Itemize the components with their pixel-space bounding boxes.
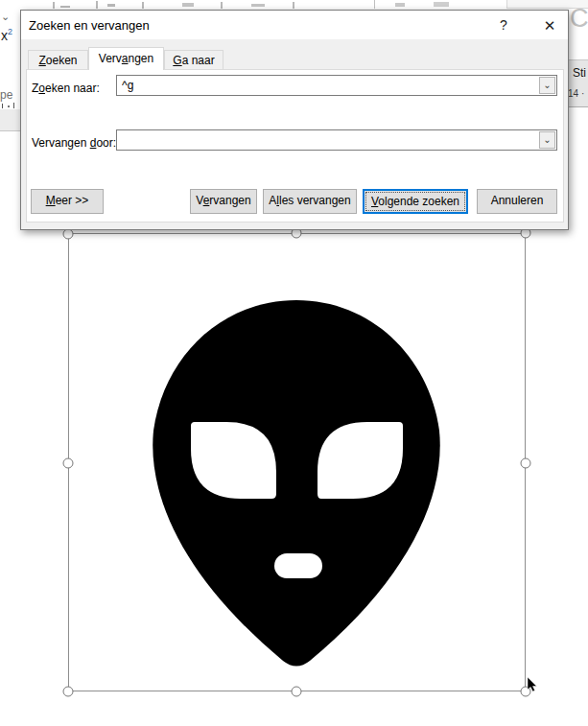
tab-label-accesskey: a xyxy=(122,52,129,65)
ribbon-icon-fragment xyxy=(395,3,405,7)
ruler-tick xyxy=(8,105,10,107)
ribbon-icon-fragment xyxy=(60,6,70,8)
label-text: Vervangen xyxy=(32,136,90,150)
ruler-fragment xyxy=(0,109,20,131)
button-label: Annuleren xyxy=(491,194,544,207)
button-label: olgende zoeken xyxy=(378,195,459,208)
tab-label: oeken xyxy=(46,54,78,67)
ruler-number-fragment: 14 · xyxy=(568,88,584,99)
tab-vervangen[interactable]: Vervangen xyxy=(88,47,164,70)
replace-combobox: ⌄ xyxy=(116,129,557,151)
replace-input[interactable] xyxy=(117,130,539,150)
replace-button[interactable]: Vervangen xyxy=(190,189,257,214)
tab-label: a naar xyxy=(182,54,215,67)
word-document-window: ⌄ x2 pe Co Sti 14 · Zoeken en vervangen … xyxy=(0,0,588,726)
tab-label: ngen xyxy=(129,52,154,65)
resize-handle-bottom-middle[interactable] xyxy=(292,687,302,697)
superscript-base: x xyxy=(1,28,8,43)
ribbon-icon-fragment xyxy=(221,2,223,9)
cancel-button[interactable]: Annuleren xyxy=(477,189,557,214)
styles-pane-title-fragment: Sti xyxy=(573,66,586,80)
ribbon-divider-fragment xyxy=(374,0,375,9)
ribbon-icon-fragment xyxy=(293,2,294,9)
find-next-button[interactable]: Volgende zoeken xyxy=(363,189,468,214)
ribbon-icon-fragment xyxy=(434,2,449,7)
alien-head-image[interactable] xyxy=(68,234,526,691)
superscript-exponent: 2 xyxy=(8,27,12,36)
chevron-down-icon: ⌄ xyxy=(543,134,551,145)
ribbon-icon-fragment xyxy=(182,3,194,7)
ribbon-icon-fragment xyxy=(96,1,98,9)
tab-label-accesskey: Z xyxy=(38,54,45,67)
ruler-tick xyxy=(2,104,3,108)
ribbon-icon-fragment xyxy=(53,2,55,9)
button-label: V xyxy=(196,194,202,207)
alien-head-shape xyxy=(153,300,439,667)
button-label: les vervangen xyxy=(279,194,351,207)
replace-label: Vervangen door: xyxy=(32,136,116,150)
resize-handle-top-left[interactable] xyxy=(63,229,74,240)
replace-dropdown-button[interactable]: ⌄ xyxy=(539,131,555,149)
ribbon-icon-fragment xyxy=(107,4,115,7)
search-dropdown-button[interactable]: ⌄ xyxy=(539,77,555,94)
label-text: oor: xyxy=(96,136,116,150)
find-replace-dialog: Zoeken en vervangen ? ✕ Zoeken Vervangen… xyxy=(20,10,569,230)
tab-ga-naar[interactable]: Ga naar xyxy=(164,50,223,70)
replace-all-button[interactable]: Alles vervangen xyxy=(263,189,357,214)
tab-zoeken[interactable]: Zoeken xyxy=(28,50,88,70)
close-icon[interactable]: ✕ xyxy=(537,15,562,35)
mouse-cursor-icon xyxy=(527,677,538,692)
tab-label: Verv xyxy=(99,52,122,65)
ribbon-icon-fragment xyxy=(251,4,265,7)
styles-pane-fragment: Sti 14 · xyxy=(566,59,588,107)
resize-handle-bottom-left[interactable] xyxy=(63,687,74,697)
resize-handle-middle-left[interactable] xyxy=(63,458,74,469)
dialog-title: Zoeken en vervangen xyxy=(29,18,150,33)
chevron-down-icon: ⌄ xyxy=(543,80,551,90)
search-combobox: ⌄ xyxy=(116,75,557,96)
search-label: Zoeken naar: xyxy=(32,82,100,95)
ruler-tick xyxy=(13,103,14,108)
help-icon[interactable]: ? xyxy=(491,15,516,35)
button-label-accesskey: M xyxy=(46,194,56,207)
chevron-down-icon: ⌄ xyxy=(1,11,10,23)
button-label: rvangen xyxy=(209,194,250,207)
superscript-button-fragment: x2 xyxy=(1,27,12,43)
more-button[interactable]: Meer >> xyxy=(31,189,104,214)
ribbon-group-label-fragment: pe xyxy=(0,88,12,102)
ribbon-icon-fragment xyxy=(142,2,144,9)
button-label: eer >> xyxy=(56,194,89,207)
label-text: eken naar: xyxy=(45,82,100,95)
alien-mouth xyxy=(274,553,322,578)
dialog-titlebar[interactable]: Zoeken en vervangen ? ✕ xyxy=(21,11,568,39)
tab-label-accesskey: G xyxy=(173,54,181,67)
search-input[interactable] xyxy=(117,76,539,95)
resize-handle-middle-right[interactable] xyxy=(521,458,531,469)
document-heading-fragment: Co xyxy=(570,4,588,34)
